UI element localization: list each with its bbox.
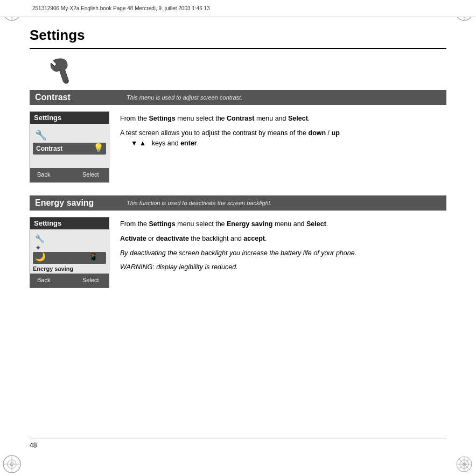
energy-para-1: From the Settings menu select the Energy… (120, 219, 446, 229)
bottom-rule (30, 438, 446, 438)
contrast-para-2: A test screen allows you to adjust the c… (120, 128, 446, 149)
svg-text:🔧: 🔧 (35, 234, 45, 243)
svg-point-23 (65, 80, 68, 83)
svg-text:Select: Select (82, 171, 99, 178)
energy-settings-bold: Settings (149, 220, 176, 228)
contrast-section-header: Contrast This menu is used to adjust scr… (30, 90, 446, 105)
energy-phone-screenshot: Settings 🔧 ✦ 🌙 📱 Energy saving Back Sele… (30, 217, 109, 288)
energy-saving-bold: Energy saving (227, 220, 272, 228)
svg-text:Energy saving: Energy saving (33, 265, 73, 272)
wrench-icon (46, 57, 72, 85)
svg-text:✦: ✦ (35, 243, 41, 252)
svg-text:Settings: Settings (34, 219, 61, 227)
header-text: 251312906 My-X2a English.book Page 48 Me… (32, 5, 210, 11)
energy-description: This function is used to deactivate the … (127, 200, 272, 206)
energy-section-header: Energy saving This function is used to d… (30, 195, 446, 211)
energy-para-4: WARNING: display legibility is reduced. (120, 262, 446, 272)
contrast-select-bold: Select (288, 115, 308, 122)
svg-text:Contrast: Contrast (36, 145, 62, 152)
contrast-phone-screenshot: Settings 🔧 Contrast 💡 Back Select (30, 111, 109, 183)
contrast-description: This menu is used to adjust screen contr… (127, 94, 242, 101)
contrast-up-bold: up (332, 129, 340, 137)
energy-para-2: Activate or deactivate the backlight and… (120, 234, 446, 244)
svg-text:💡: 💡 (93, 143, 104, 153)
contrast-title: Contrast (35, 93, 116, 102)
main-content: Settings Contrast This menu is used to a… (30, 17, 446, 454)
contrast-contrast-bold: Contrast (227, 115, 254, 122)
svg-text:Select: Select (82, 277, 99, 283)
energy-text-content: From the Settings menu select the Energy… (120, 217, 446, 288)
contrast-down-bold: down (309, 129, 326, 137)
contrast-enter-bold: enter (180, 139, 197, 147)
corner-decoration-bl (1, 453, 23, 475)
contrast-text-content: From the Settings menu select the Contra… (120, 111, 446, 183)
energy-deactivate-bold: deactivate (156, 235, 189, 242)
svg-text:🌙: 🌙 (35, 251, 46, 262)
page-title: Settings (30, 17, 446, 49)
energy-activate-bold: Activate (120, 235, 146, 242)
contrast-settings-bold: Settings (149, 115, 176, 122)
energy-select-bold: Select (306, 220, 326, 228)
svg-text:Back: Back (37, 277, 51, 283)
page-number: 48 (30, 442, 37, 449)
energy-title: Energy saving (35, 198, 116, 208)
svg-text:🔧: 🔧 (35, 129, 47, 141)
contrast-para-1: From the Settings menu select the Contra… (120, 114, 446, 124)
svg-text:📱: 📱 (89, 253, 99, 262)
energy-section-body: Settings 🔧 ✦ 🌙 📱 Energy saving Back Sele… (30, 217, 446, 288)
svg-text:Back: Back (37, 171, 51, 178)
icon-area (30, 49, 446, 90)
energy-para-3: By deactivating the screen backlight you… (120, 248, 446, 258)
header-bar: 251312906 My-X2a English.book Page 48 Me… (0, 0, 476, 17)
svg-text:Settings: Settings (34, 114, 61, 122)
energy-accept-bold: accept (243, 235, 265, 242)
corner-decoration-br (453, 453, 475, 475)
contrast-section-body: Settings 🔧 Contrast 💡 Back Select From t… (30, 111, 446, 183)
